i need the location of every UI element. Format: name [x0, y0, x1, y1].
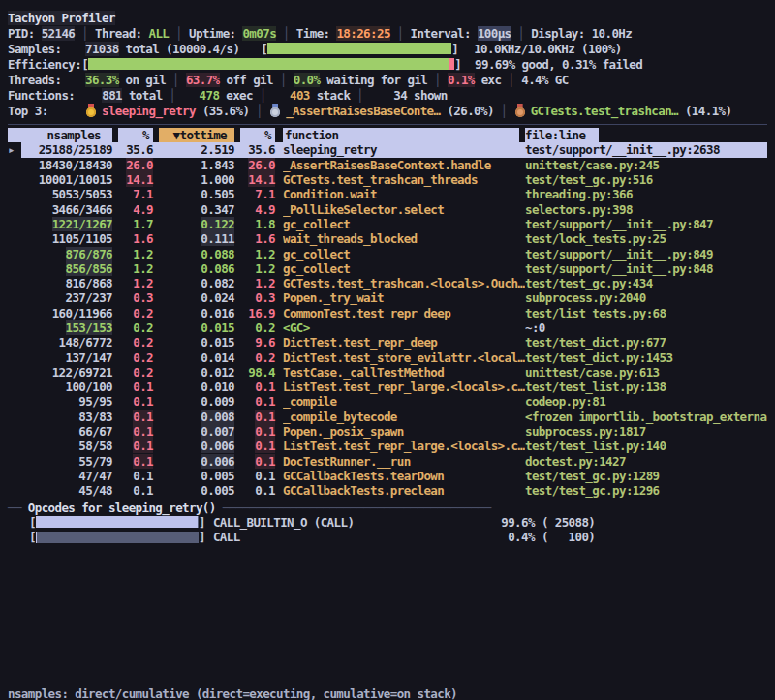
- column-header-file[interactable]: file:line: [525, 128, 767, 142]
- cell-tottime-value: 0.012: [201, 365, 234, 380]
- cell-file-value: test/support/__init__.py:2638: [525, 142, 720, 157]
- cell-nsamples: 148/6772: [21, 335, 112, 350]
- functions-count-value: 403: [290, 88, 310, 103]
- medal-gold-icon: [85, 104, 97, 117]
- opcode-bar-fill: [36, 516, 198, 528]
- column-header-function[interactable]: function: [283, 128, 525, 142]
- cell-pct-direct: 7.1: [112, 187, 153, 201]
- opcodes-title-text: Opcodes for sleeping_retry(): [28, 501, 216, 515]
- functions-suffix: stack: [310, 88, 351, 103]
- cell-file: test/support/__init__.py:849: [525, 247, 767, 261]
- cell-nsamples-value: 856/856: [66, 261, 112, 276]
- table-row[interactable]: 137/1470.20.0140.2DictTest.test_store_ev…: [8, 350, 767, 364]
- table-row[interactable]: 95/950.10.0090.1_compilecodeop.py:81: [8, 394, 767, 409]
- table-row[interactable]: 66/670.10.0070.1Popen._posix_spawnsubpro…: [8, 424, 767, 439]
- table-row[interactable]: 45/480.10.0050.1GCCallbackTests.preclean…: [8, 483, 767, 498]
- cell-pct-cumul-value: 1.6: [255, 231, 275, 246]
- top3-function-name[interactable]: _AssertRaisesBaseConte…: [286, 104, 440, 118]
- table-row[interactable]: 58/580.10.0060.1ListTest.test_repr_large…: [8, 439, 767, 453]
- table-row[interactable]: 10001/1001514.11.00014.1GCTests.test_tra…: [8, 172, 767, 187]
- column-header-pct-direct[interactable]: %: [112, 128, 153, 142]
- cell-tottime: 0.008: [153, 410, 234, 424]
- cell-tottime: 0.016: [153, 306, 234, 320]
- cell-function: GCTests.test_trashcan_threads: [283, 172, 525, 187]
- threads-separator: │: [501, 73, 521, 87]
- cell-function-value: DictTest.test_repr_deep: [283, 335, 437, 350]
- cell-nsamples-value: 1105/1105: [52, 231, 112, 246]
- status-thread-value: ALL: [148, 26, 169, 41]
- column-header-tottime[interactable]: ▼tottime: [153, 128, 234, 142]
- cell-pct-cumul-value: 0.1: [255, 394, 275, 409]
- cell-nsamples: 153/153: [21, 320, 112, 335]
- table-row[interactable]: 100/1000.10.0100.1ListTest.test_repr_lar…: [8, 380, 767, 394]
- table-row[interactable]: 1105/11051.60.1111.6wait_threads_blocked…: [8, 231, 767, 246]
- footer-legend: nsamples: direct/cumulative (direct=exec…: [8, 684, 457, 700]
- table-row[interactable]: 816/8681.20.0821.2GCTests.test_trashcan.…: [8, 276, 767, 290]
- cell-function-value: gc_collect: [283, 247, 350, 261]
- cell-pct-direct: 0.2: [112, 350, 153, 365]
- separator-rule: [8, 124, 767, 125]
- top3-line: Top 3:sleeping_retry (35.6%) │ _AssertRa…: [8, 103, 767, 118]
- opcode-pct: 0.4%: [492, 530, 535, 544]
- cell-tottime-value: 0.505: [201, 187, 234, 201]
- table-row[interactable]: ▸25188/2518935.62.51935.6sleeping_retryt…: [8, 142, 767, 157]
- cell-function: gc_collect: [283, 217, 525, 231]
- cell-tottime-value: 0.016: [201, 306, 234, 320]
- cell-pct-cumul: 16.9: [234, 306, 275, 320]
- cell-tottime-value: 0.006: [201, 439, 234, 453]
- column-header-nsamples[interactable]: nsamples: [21, 128, 112, 142]
- cell-pct-direct-value: 0.1: [133, 483, 153, 498]
- cell-nsamples-value: 137/147: [66, 350, 112, 365]
- threads-suffix: GC: [548, 73, 569, 87]
- cell-nsamples: 122/69721: [21, 365, 112, 380]
- table-row[interactable]: 876/8761.20.0881.2gc_collecttest/support…: [8, 246, 767, 260]
- cell-tottime-value: 0.005: [201, 483, 234, 498]
- cell-function-value: _AssertRaisesBaseContext.handle: [283, 158, 491, 172]
- cell-pct-cumul-value: 1.2: [255, 247, 275, 261]
- table-row[interactable]: 153/1530.20.0150.2<GC>~:0: [8, 320, 767, 335]
- top3-function-name[interactable]: sleeping_retry: [102, 104, 196, 118]
- cell-function: GCTests.test_trashcan.<locals>.Ouch…: [283, 276, 525, 290]
- cell-function-value: DocTestRunner.__run: [283, 454, 411, 469]
- table-row[interactable]: 856/8561.20.0861.2gc_collecttest/support…: [8, 261, 767, 276]
- samples-total-suffix: total (10000.4/s): [119, 42, 240, 56]
- opcodes-dash-left: ──: [8, 501, 28, 515]
- table-row[interactable]: 5053/50537.10.5057.1Condition.waitthread…: [8, 187, 767, 201]
- cell-pct-cumul-value: 0.1: [255, 469, 275, 483]
- cell-file-value: test/support/__init__.py:848: [525, 261, 713, 276]
- table-row[interactable]: 83/830.10.0080.1_compile_bytecode<frozen…: [8, 410, 767, 424]
- cell-function-value: _compile_bytecode: [283, 410, 397, 424]
- status-interval-label: Interval:: [411, 26, 478, 41]
- cell-nsamples: 816/868: [21, 276, 112, 290]
- functions-suffix: shown: [407, 88, 448, 103]
- table-row[interactable]: 122/697210.20.01298.4TestCase._callTestM…: [8, 365, 767, 380]
- functions-count: 881: [85, 88, 122, 103]
- top3-separator: │: [494, 104, 514, 118]
- table-row[interactable]: 47/470.10.0050.1GCCallbackTests.tearDown…: [8, 469, 767, 483]
- table-row[interactable]: 18430/1843026.01.84326.0_AssertRaisesBas…: [8, 158, 767, 172]
- opcodes-dash-right: ────────────────────────────────────────: [216, 501, 491, 515]
- table-row[interactable]: 237/2370.30.0240.3Popen._try_waitsubproc…: [8, 290, 767, 305]
- cell-pct-direct: 0.3: [112, 290, 153, 305]
- table-row[interactable]: 55/790.10.0060.1DocTestRunner.__rundocte…: [8, 454, 767, 469]
- table-row[interactable]: 160/119660.20.01616.9CommonTest.test_rep…: [8, 306, 767, 320]
- table-row[interactable]: 148/67720.20.0159.6DictTest.test_repr_de…: [8, 335, 767, 350]
- column-header-file-label: file:line: [525, 128, 599, 142]
- cell-file-value: threading.py:366: [525, 187, 633, 201]
- cell-pct-direct: 35.6: [112, 142, 153, 157]
- cell-function-value: gc_collect: [283, 261, 350, 276]
- column-header-pct-cumul[interactable]: %: [234, 128, 275, 142]
- table-row[interactable]: 1221/12671.70.1221.8gc_collecttest/suppo…: [8, 217, 767, 231]
- cell-nsamples-value: 45/48: [78, 483, 112, 498]
- top3-function-name[interactable]: GCTests.test_trashcan…: [531, 104, 678, 118]
- cell-file: test/test_dict.py:1453: [525, 350, 767, 365]
- efficiency-bar-close: ]: [454, 57, 461, 72]
- table-row[interactable]: 3466/34664.90.3474.9_PollLikeSelector.se…: [8, 201, 767, 216]
- cell-pct-cumul: 0.1: [234, 424, 275, 439]
- cell-pct-cumul-value: 0.1: [255, 380, 275, 394]
- cell-tottime: 1.843: [153, 158, 234, 172]
- cell-pct-direct: 4.9: [112, 202, 153, 217]
- opcodes-section-title: ── Opcodes for sleeping_retry() ────────…: [8, 500, 767, 514]
- cell-pct-direct: 0.1: [112, 424, 153, 439]
- cell-tottime: 0.122: [153, 217, 234, 231]
